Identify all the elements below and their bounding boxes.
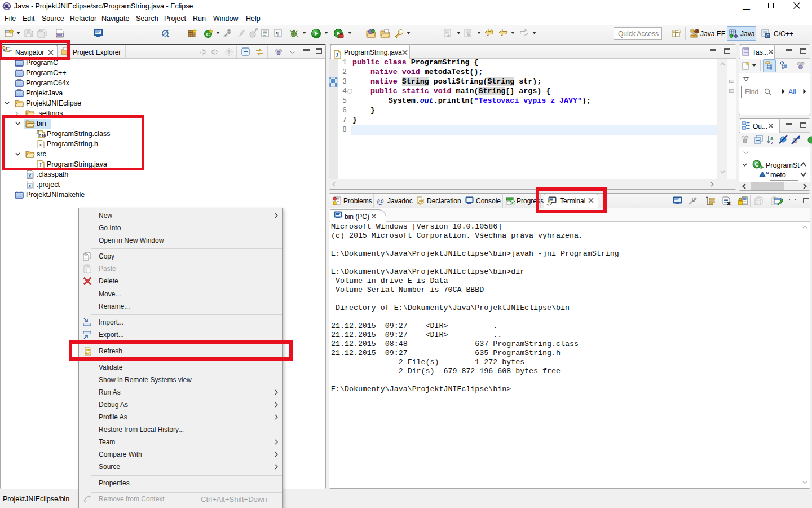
svg-text:N: N: [766, 170, 769, 176]
svg-text:C: C: [755, 161, 759, 168]
svg-text:@: @: [377, 197, 384, 205]
svg-text:X: X: [29, 174, 32, 178]
svg-text:¶: ¶: [276, 30, 279, 37]
svg-text:J: J: [734, 29, 737, 34]
svg-text:C: C: [766, 34, 769, 38]
svg-text:z: z: [771, 140, 774, 146]
svg-text:X: X: [29, 184, 32, 188]
svg-text:010: 010: [57, 33, 62, 37]
svg-text:C: C: [206, 32, 210, 37]
svg-text:J: J: [336, 52, 338, 58]
